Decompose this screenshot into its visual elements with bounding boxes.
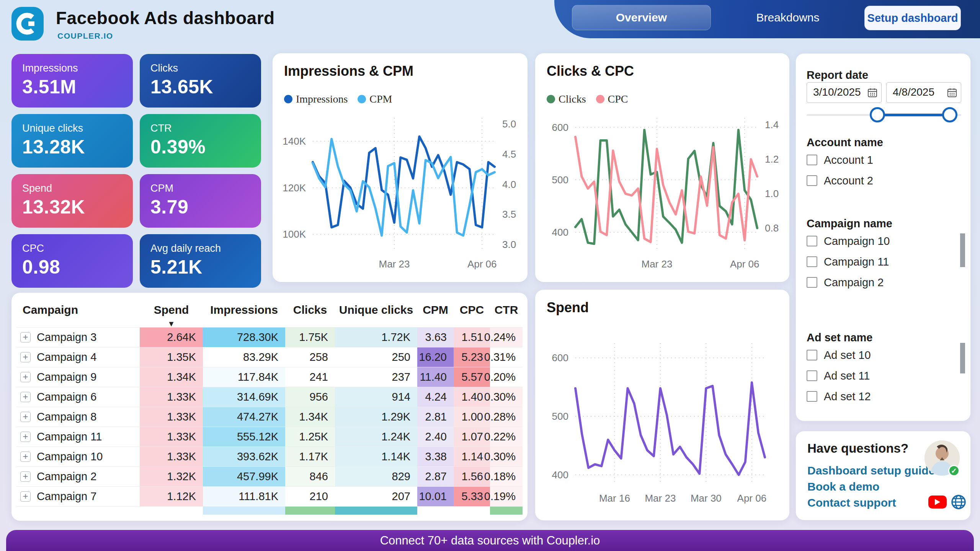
checkbox-icon[interactable] bbox=[807, 256, 817, 267]
column-header-cpc[interactable]: CPC bbox=[454, 303, 490, 316]
svg-text:120K: 120K bbox=[283, 182, 306, 194]
filter-option-ad-set-11[interactable]: Ad set 11 bbox=[807, 368, 970, 383]
kpi-value: 0.39% bbox=[150, 136, 250, 158]
column-header-campaign[interactable]: Campaign bbox=[16, 303, 140, 316]
svg-text:100K: 100K bbox=[283, 228, 306, 240]
expand-row-icon[interactable]: + bbox=[20, 471, 31, 482]
table-cell: 474.27K bbox=[203, 407, 285, 427]
svg-text:Apr 06: Apr 06 bbox=[730, 258, 760, 270]
table-cell: 728.30K bbox=[203, 328, 285, 347]
svg-text:500: 500 bbox=[552, 174, 568, 186]
legend-cpm: CPM bbox=[358, 93, 392, 105]
table-cell: 1.12K bbox=[140, 487, 203, 506]
kpi-label: Impressions bbox=[22, 62, 122, 74]
calendar-icon[interactable] bbox=[947, 88, 957, 98]
table-row: +Campaign 101.33K393.62K1.17K1.14K3.381.… bbox=[16, 447, 523, 466]
table-cell: 1.25K bbox=[285, 427, 335, 447]
column-header-clicks[interactable]: Clicks bbox=[285, 303, 335, 316]
table-cell: 4.24 bbox=[417, 387, 454, 407]
filter-option-ad-set-10[interactable]: Ad set 10 bbox=[807, 347, 970, 363]
chart-title: Clicks & CPC bbox=[547, 63, 634, 79]
table-row: +Campaign 32.64K728.30K1.75K1.72K3.631.5… bbox=[16, 327, 523, 347]
kpi-label: CPC bbox=[22, 243, 122, 254]
checkbox-icon[interactable] bbox=[807, 391, 817, 402]
questions-title: Have questions? bbox=[807, 441, 908, 456]
table-cell: 0.31% bbox=[490, 347, 523, 367]
column-header-spend[interactable]: Spend▼ bbox=[140, 303, 203, 328]
filter-option-account-1[interactable]: Account 1 bbox=[807, 152, 970, 168]
filter-option-campaign-10[interactable]: Campaign 10 bbox=[807, 233, 970, 249]
expand-row-icon[interactable]: + bbox=[20, 452, 31, 462]
adset-name-label: Ad set name bbox=[807, 331, 872, 344]
table-cell: 117.84K bbox=[203, 367, 285, 387]
table-cell: 1.29K bbox=[335, 407, 417, 427]
setup-dashboard-button[interactable]: Setup dashboard bbox=[864, 6, 961, 30]
campaign-name: Campaign 11 bbox=[37, 430, 102, 443]
filter-option-account-2[interactable]: Account 2 bbox=[807, 173, 970, 188]
expand-row-icon[interactable]: + bbox=[20, 392, 31, 402]
column-header-cpm[interactable]: CPM bbox=[417, 303, 454, 316]
kpi-card-avg-daily-reach: Avg daily reach5.21K bbox=[140, 234, 261, 288]
kpi-value: 3.79 bbox=[150, 196, 250, 218]
campaign-list-scrollbar[interactable] bbox=[960, 233, 965, 267]
table-cell: 1.33K bbox=[140, 447, 203, 466]
table-cell: 0.28% bbox=[490, 407, 523, 427]
column-header-impressions[interactable]: Impressions bbox=[203, 303, 285, 316]
tab-overview[interactable]: Overview bbox=[572, 5, 711, 30]
end-date-field[interactable] bbox=[886, 82, 961, 103]
adset-list-scrollbar[interactable] bbox=[960, 343, 965, 373]
checkbox-label: Ad set 10 bbox=[824, 349, 871, 362]
checkbox-icon[interactable] bbox=[807, 155, 817, 165]
svg-text:Mar 16: Mar 16 bbox=[599, 492, 630, 504]
expand-row-icon[interactable]: + bbox=[20, 412, 31, 422]
checkbox-icon[interactable] bbox=[807, 350, 817, 360]
filter-option-campaign-2[interactable]: Campaign 2 bbox=[807, 275, 970, 290]
expand-row-icon[interactable]: + bbox=[20, 372, 31, 382]
svg-text:0.8: 0.8 bbox=[765, 222, 779, 234]
table-cell: 1.35K bbox=[140, 347, 203, 367]
checkbox-icon[interactable] bbox=[807, 277, 817, 288]
table-row: +Campaign 91.34K117.84K24123711.405.570.… bbox=[16, 367, 523, 387]
globe-icon[interactable] bbox=[951, 494, 967, 510]
filter-option-ad-set-12[interactable]: Ad set 12 bbox=[807, 389, 970, 404]
table-cell: 2.40 bbox=[417, 427, 454, 447]
column-header-unique-clicks[interactable]: Unique clicks bbox=[335, 303, 417, 316]
end-date-input[interactable] bbox=[893, 83, 946, 102]
slider-handle-start[interactable] bbox=[870, 107, 885, 122]
column-header-ctr[interactable]: CTR bbox=[490, 303, 523, 316]
youtube-icon[interactable] bbox=[928, 496, 947, 509]
svg-text:140K: 140K bbox=[283, 135, 306, 147]
banner-text: Connect 70+ data sources with Coupler.io bbox=[380, 534, 600, 548]
expand-row-icon[interactable]: + bbox=[20, 491, 31, 502]
table-cell: 0.19% bbox=[490, 487, 523, 506]
svg-text:600: 600 bbox=[552, 352, 568, 364]
table-cell: 111.81K bbox=[203, 487, 285, 506]
filter-option-campaign-11[interactable]: Campaign 11 bbox=[807, 254, 970, 269]
expand-row-icon[interactable]: + bbox=[20, 432, 31, 442]
book-a-demo-link[interactable]: Book a demo bbox=[807, 480, 879, 493]
dashboard-setup-guide-link[interactable]: Dashboard setup guide bbox=[807, 464, 935, 477]
tab-breakdowns[interactable]: Breakdowns bbox=[742, 5, 834, 30]
start-date-field[interactable] bbox=[807, 82, 882, 103]
checkbox-label: Campaign 10 bbox=[824, 235, 890, 248]
svg-text:Mar 30: Mar 30 bbox=[691, 492, 722, 504]
calendar-icon[interactable] bbox=[867, 88, 877, 98]
checkbox-icon[interactable] bbox=[807, 175, 817, 186]
table-cell: 393.62K bbox=[203, 447, 285, 466]
checkbox-icon[interactable] bbox=[807, 370, 817, 381]
kpi-label: CPM bbox=[150, 183, 250, 194]
expand-row-icon[interactable]: + bbox=[20, 352, 31, 362]
checkbox-icon[interactable] bbox=[807, 236, 817, 246]
start-date-input[interactable] bbox=[813, 83, 867, 102]
contact-support-link[interactable]: Contact support bbox=[807, 496, 896, 509]
table-cell: 2.81 bbox=[417, 407, 454, 427]
expand-row-icon[interactable]: + bbox=[20, 332, 31, 342]
slider-handle-end[interactable] bbox=[942, 107, 957, 122]
campaign-name: Campaign 6 bbox=[37, 391, 96, 403]
filters-panel: Report date Account name Account 1Accoun… bbox=[795, 53, 971, 421]
promo-banner[interactable]: Connect 70+ data sources with Coupler.io bbox=[6, 530, 974, 551]
table-cell: 0.22% bbox=[490, 427, 523, 447]
report-date-label: Report date bbox=[807, 69, 868, 82]
table-row: +Campaign 41.35K83.29K25825016.205.230.3… bbox=[16, 347, 523, 367]
table-cell: 1.24K bbox=[335, 427, 417, 447]
